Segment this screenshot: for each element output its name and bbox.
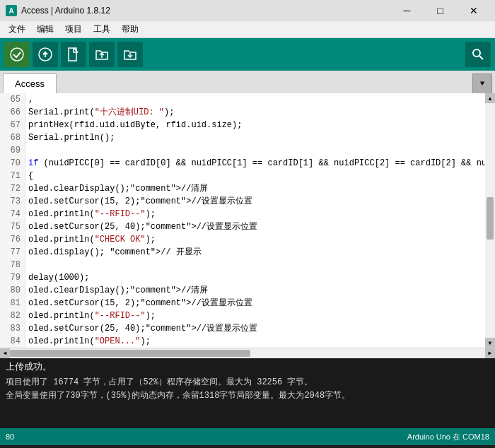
menu-edit[interactable]: 编辑 [31, 22, 59, 37]
vertical-scrollbar[interactable]: ▲ ▼ [485, 93, 495, 348]
upload-success-msg: 上传成功。 [6, 360, 489, 373]
scroll-track-h[interactable] [10, 348, 485, 358]
code-line-18: oled.setCursor(25, 40);"comment">//设置显示位… [28, 322, 482, 335]
upload-button[interactable] [33, 42, 58, 67]
code-line-3: Serial.println(); [28, 131, 482, 144]
console-line1: 项目使用了 16774 字节，占用了（52%）程序存储空间。最大为 32256 … [6, 376, 489, 389]
code-line-2: printHex(rfid.uid.uidByte, rfid.uid.size… [28, 119, 482, 131]
line-number-72: 72 [0, 182, 21, 195]
verify-button[interactable] [4, 42, 30, 67]
console-line2: 全局变量使用了730字节，(35%)的动态内存，余留1318字节局部变量。最大为… [6, 389, 489, 403]
code-line-0: , [28, 93, 482, 106]
close-button[interactable]: ✕ [458, 0, 489, 21]
menu-tools[interactable]: 工具 [88, 22, 116, 37]
horizontal-scrollbar[interactable]: ◀ ▶ [0, 348, 495, 358]
svg-line-4 [74, 48, 78, 52]
code-line-7: oled.clearDisplay();"comment">//清屏 [28, 182, 482, 195]
line-number-78: 78 [0, 259, 21, 271]
line-number-70: 70 [0, 157, 21, 170]
title-bar: A Access | Arduino 1.8.12 ─ □ ✕ [0, 0, 495, 21]
status-bar: 80 Arduino Uno 在 COM18 [0, 428, 495, 445]
scroll-right-button[interactable]: ▶ [485, 348, 495, 358]
code-line-19: oled.println("OPEN..."); [28, 335, 482, 348]
line-number-79: 79 [0, 271, 21, 284]
line-number-80: 80 [0, 284, 21, 297]
tab-dropdown[interactable]: ▼ [472, 73, 492, 93]
scroll-thumb-h[interactable] [10, 350, 250, 357]
app-icon: A [6, 5, 17, 16]
maximize-button[interactable]: □ [424, 0, 456, 21]
line-number: 80 [6, 432, 14, 441]
scroll-track[interactable] [485, 103, 495, 338]
minimize-button[interactable]: ─ [391, 0, 423, 21]
new-button[interactable] [61, 42, 86, 67]
search-button[interactable] [465, 42, 491, 67]
line-number-65: 65 [0, 93, 21, 106]
code-line-1: Serial.print("十六进制UID: "); [28, 106, 482, 119]
code-line-4 [28, 144, 482, 157]
open-button[interactable] [89, 42, 115, 67]
svg-point-7 [473, 49, 480, 57]
tab-access[interactable]: Access [3, 73, 57, 93]
editor-wrapper: 6566676869707172737475767778798081828384… [0, 93, 495, 358]
line-number-81: 81 [0, 297, 21, 310]
code-line-5: if (nuidPICC[0] == cardID[0] && nuidPICC… [28, 157, 482, 170]
code-line-10: oled.setCursor(25, 40);"comment">//设置显示位… [28, 220, 482, 233]
line-number-69: 69 [0, 144, 21, 157]
menu-project[interactable]: 项目 [59, 22, 88, 37]
board-info: Arduino Uno 在 COM18 [407, 432, 489, 442]
line-number-67: 67 [0, 119, 21, 131]
scroll-up-button[interactable]: ▲ [485, 93, 495, 103]
scroll-down-button[interactable]: ▼ [485, 338, 495, 348]
code-line-11: oled.println("CHECK OK"); [28, 233, 482, 246]
menu-bar: 文件 编辑 项目 工具 帮助 [0, 21, 495, 38]
line-number-83: 83 [0, 322, 21, 335]
code-line-6: { [28, 170, 482, 182]
code-line-13 [28, 259, 482, 271]
svg-line-8 [479, 56, 483, 59]
editor-inner: 6566676869707172737475767778798081828384… [0, 93, 495, 348]
scroll-left-button[interactable]: ◀ [0, 348, 10, 358]
console-area: 上传成功。 项目使用了 16774 字节，占用了（52%）程序存储空间。最大为 … [0, 358, 495, 428]
code-line-14: delay(1000); [28, 271, 482, 284]
line-number-75: 75 [0, 220, 21, 233]
code-content[interactable]: , Serial.print("十六进制UID: "); printHex(rf… [25, 93, 485, 348]
title-bar-left: A Access | Arduino 1.8.12 [6, 5, 110, 16]
line-number-71: 71 [0, 170, 21, 182]
line-number-84: 84 [0, 335, 21, 348]
toolbar [0, 38, 495, 71]
line-numbers: 6566676869707172737475767778798081828384… [0, 93, 25, 348]
code-line-15: oled.clearDisplay();"comment">//清屏 [28, 284, 482, 297]
line-number-66: 66 [0, 106, 21, 119]
save-button[interactable] [117, 42, 143, 67]
window-title: Access | Arduino 1.8.12 [21, 6, 110, 16]
line-number-76: 76 [0, 233, 21, 246]
code-line-12: oled.display(); "comment">// 开显示 [28, 246, 482, 259]
code-line-16: oled.setCursor(15, 2);"comment">//设置显示位置 [28, 297, 482, 310]
line-number-74: 74 [0, 208, 21, 220]
line-number-77: 77 [0, 246, 21, 259]
code-line-17: oled.println("--RFID--"); [28, 310, 482, 322]
code-line-9: oled.println("--RFID--"); [28, 208, 482, 220]
menu-help[interactable]: 帮助 [116, 22, 144, 37]
tab-bar: Access ▼ [0, 71, 495, 93]
scroll-thumb[interactable] [487, 197, 494, 240]
line-number-68: 68 [0, 131, 21, 144]
window-controls: ─ □ ✕ [391, 0, 489, 21]
line-number-73: 73 [0, 195, 21, 208]
svg-point-0 [11, 48, 23, 61]
code-line-8: oled.setCursor(15, 2);"comment">//设置显示位置 [28, 195, 482, 208]
line-number-82: 82 [0, 310, 21, 322]
menu-file[interactable]: 文件 [3, 22, 31, 37]
